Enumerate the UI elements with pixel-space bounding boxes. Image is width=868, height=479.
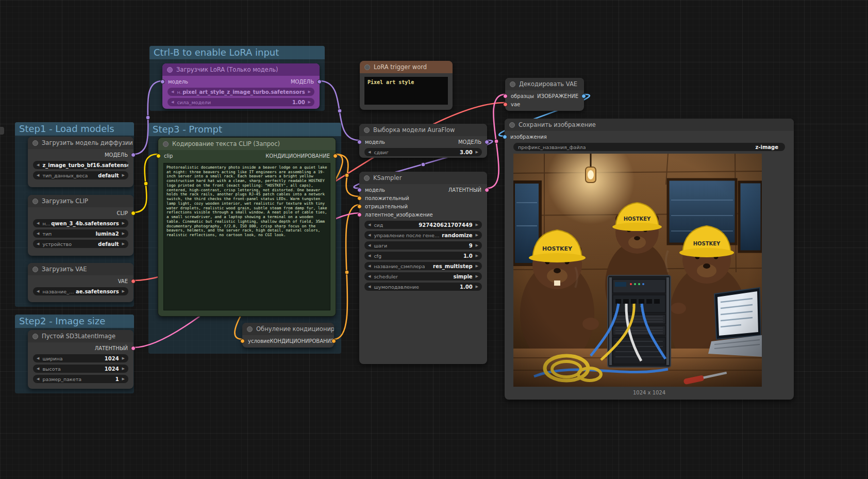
left-arrow-icon[interactable]: ◀ xyxy=(368,264,371,268)
left-arrow-icon[interactable]: ◀ xyxy=(368,274,371,278)
left-arrow-icon[interactable]: ◀ xyxy=(368,254,371,258)
conditioning-output-port[interactable] xyxy=(333,154,338,158)
widget-cfg[interactable]: ◀cfg1.0▶ xyxy=(364,252,482,260)
vae-output-port[interactable] xyxy=(131,279,136,284)
node-header[interactable]: Загрузить модель диффузии xyxy=(28,137,133,149)
node-header[interactable]: Декодировать VAE xyxy=(505,78,584,90)
node-header[interactable]: Сохранить изображение xyxy=(505,119,794,131)
samples-input-port[interactable] xyxy=(503,94,508,98)
node-collapse-dot[interactable] xyxy=(32,140,38,146)
widget-batch-size[interactable]: ◀размер_пакета1▶ xyxy=(33,375,128,383)
conditioning-output-port[interactable] xyxy=(331,339,336,343)
node-lora-loader-bypassed[interactable]: Загрузчик LoRA (Только модель) модельМОД… xyxy=(162,63,320,109)
group-title[interactable]: Step3 - Prompt xyxy=(148,123,341,136)
right-arrow-icon[interactable]: ▶ xyxy=(122,377,125,381)
widget-height[interactable]: ◀высота1024▶ xyxy=(33,365,128,373)
conditioning-input-port[interactable] xyxy=(240,339,245,343)
vae-input-port[interactable] xyxy=(503,102,508,107)
right-arrow-icon[interactable]: ▶ xyxy=(122,367,125,371)
node-collapse-dot[interactable] xyxy=(167,67,173,73)
left-arrow-icon[interactable]: ◀ xyxy=(37,367,39,371)
widget-width[interactable]: ◀ширина1024▶ xyxy=(33,354,128,362)
latent-output-port[interactable] xyxy=(485,188,489,192)
model-input-port[interactable] xyxy=(160,79,165,84)
node-header[interactable]: KSampler xyxy=(359,172,487,184)
node-load-clip[interactable]: Загрузить CLIP CLIP ◀назван ...qwen_3_4b… xyxy=(28,195,133,256)
node-clip-text-encode[interactable]: Кодирование текста CLIP (Запрос) clipКОН… xyxy=(158,137,336,317)
right-arrow-icon[interactable]: ▶ xyxy=(122,221,125,225)
widget-weight-dtype[interactable]: ◀тип_данных_весаdefault▶ xyxy=(33,171,128,179)
left-arrow-icon[interactable]: ◀ xyxy=(37,163,39,167)
node-header[interactable]: Загрузчик LoRA (Только модель) xyxy=(162,63,320,76)
widget-device[interactable]: ◀устройствоdefault▶ xyxy=(33,240,128,248)
clip-input-port[interactable] xyxy=(156,154,161,158)
left-arrow-icon[interactable]: ◀ xyxy=(37,242,39,246)
left-arrow-icon[interactable]: ◀ xyxy=(368,150,371,154)
right-arrow-icon[interactable]: ▶ xyxy=(476,285,478,289)
widget-model-name[interactable]: ◀z_image_turbo_bf16.safetensors▶ xyxy=(33,161,128,169)
node-collapse-dot[interactable] xyxy=(32,199,38,204)
node-collapse-dot[interactable] xyxy=(163,141,169,147)
left-arrow-icon[interactable]: ◀ xyxy=(368,243,371,247)
right-arrow-icon[interactable]: ▶ xyxy=(476,223,478,227)
node-empty-latent[interactable]: Пустой SD3LatentImage ЛАТЕНТНЫЙ ◀ширина1… xyxy=(28,330,133,389)
widget-sampler-name[interactable]: ◀название_сэмплераres_multistep▶ xyxy=(364,262,482,270)
model-input-port[interactable] xyxy=(357,140,362,144)
left-arrow-icon[interactable]: ◀ xyxy=(37,356,39,360)
widget-lora-name[interactable]: ◀назван...pixel_art_style_z_image_turbo.… xyxy=(168,88,314,96)
right-arrow-icon[interactable]: ▶ xyxy=(122,232,125,236)
left-arrow-icon[interactable]: ◀ xyxy=(37,232,39,236)
widget-seed[interactable]: ◀сид927420621707449▶ xyxy=(364,221,482,229)
model-output-port[interactable] xyxy=(131,153,136,157)
node-collapse-dot[interactable] xyxy=(364,175,370,181)
node-collapse-dot[interactable] xyxy=(32,334,38,339)
right-arrow-icon[interactable]: ▶ xyxy=(476,243,478,247)
left-arrow-icon[interactable]: ◀ xyxy=(368,223,371,227)
left-arrow-icon[interactable]: ◀ xyxy=(37,377,39,381)
node-header[interactable]: Загрузить VAE xyxy=(28,263,133,275)
widget-control-after-generate[interactable]: ◀управление после генерацииrandomize▶ xyxy=(364,231,482,239)
right-arrow-icon[interactable]: ▶ xyxy=(476,264,478,268)
node-header[interactable]: Загрузить CLIP xyxy=(28,195,133,207)
node-collapse-dot[interactable] xyxy=(509,122,515,128)
right-arrow-icon[interactable]: ▶ xyxy=(476,150,478,154)
positive-input-port[interactable] xyxy=(357,196,362,201)
node-load-diffusion-model[interactable]: Загрузить модель диффузии МОДЕЛЬ ◀z_imag… xyxy=(28,137,133,187)
right-arrow-icon[interactable]: ▶ xyxy=(122,289,125,293)
left-arrow-icon[interactable]: ◀ xyxy=(37,221,39,225)
node-graph-canvas[interactable]: Ctrl-B to enable LoRA input Step1 - Load… xyxy=(0,0,868,479)
model-input-port[interactable] xyxy=(357,188,362,192)
group-title[interactable]: Step1 - Load models xyxy=(15,122,134,136)
right-arrow-icon[interactable]: ▶ xyxy=(308,90,311,94)
model-output-port[interactable] xyxy=(485,140,489,144)
node-collapse-dot[interactable] xyxy=(247,326,253,332)
right-arrow-icon[interactable]: ▶ xyxy=(122,173,125,177)
widget-clip-name[interactable]: ◀назван ...qwen_3_4b.safetensors▶ xyxy=(33,219,128,227)
node-collapse-dot[interactable] xyxy=(364,64,370,70)
left-arrow-icon[interactable]: ◀ xyxy=(171,90,174,94)
group-title[interactable]: Ctrl-B to enable LoRA input xyxy=(149,46,325,59)
note-textarea[interactable]: Pixel art style xyxy=(364,76,448,105)
image-output-port[interactable] xyxy=(581,94,586,98)
node-ksampler[interactable]: KSampler модельЛАТЕНТНЫЙ положительный о… xyxy=(359,172,487,364)
right-arrow-icon[interactable]: ▶ xyxy=(122,356,125,360)
left-arrow-icon[interactable]: ◀ xyxy=(37,173,39,177)
left-arrow-icon[interactable]: ◀ xyxy=(368,233,371,237)
right-arrow-icon[interactable]: ▶ xyxy=(476,233,478,237)
node-load-vae[interactable]: Загрузить VAE VAE ◀название_vaeae.safete… xyxy=(28,263,133,302)
left-arrow-icon[interactable]: ◀ xyxy=(368,285,371,289)
widget-clip-type[interactable]: ◀типlumina2▶ xyxy=(33,229,128,238)
widget-steps[interactable]: ◀шаги9▶ xyxy=(364,241,482,250)
widget-strength-model[interactable]: ◀сила_модели1.00▶ xyxy=(168,98,314,106)
offscreen-node[interactable] xyxy=(0,127,4,135)
right-arrow-icon[interactable]: ▶ xyxy=(122,242,125,246)
node-header[interactable]: Обнуление кондициониро... xyxy=(242,323,334,335)
images-input-port[interactable] xyxy=(503,135,507,139)
node-header[interactable]: Пустой SD3LatentImage xyxy=(28,330,133,342)
node-save-image[interactable]: Сохранить изображение изображения префик… xyxy=(505,119,794,400)
widget-filename-prefix[interactable]: префикс_названия_файлаz-image xyxy=(513,143,785,151)
node-collapse-dot[interactable] xyxy=(364,127,370,133)
node-collapse-dot[interactable] xyxy=(510,81,515,87)
right-arrow-icon[interactable]: ▶ xyxy=(308,100,311,104)
model-output-port[interactable] xyxy=(317,79,322,84)
